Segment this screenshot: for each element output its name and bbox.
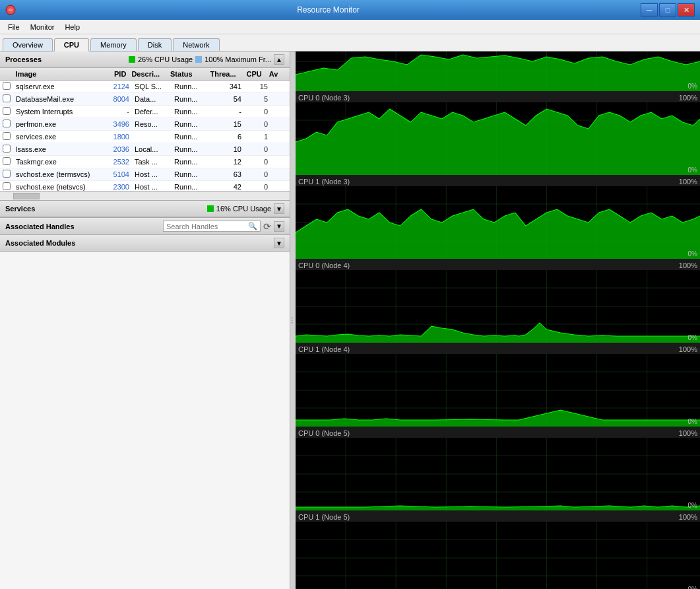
table-row[interactable]: svchost.exe (termsvcs) 5104 Host ... Run… bbox=[0, 168, 290, 181]
h-scroll-thumb[interactable] bbox=[13, 193, 40, 199]
tab-overview[interactable]: Overview bbox=[3, 38, 53, 51]
row-image: svchost.exe (termsvcs) bbox=[13, 169, 99, 180]
search-handles-box[interactable]: 🔍 bbox=[163, 221, 261, 232]
title-bar: Resource Monitor ─ □ ✕ bbox=[0, 0, 700, 20]
row-desc: Task ... bbox=[132, 156, 172, 167]
modules-header[interactable]: Associated Modules ▼ bbox=[0, 235, 290, 252]
row-av bbox=[270, 110, 287, 113]
row-cpu: 1 bbox=[244, 131, 270, 142]
row-pid: 1800 bbox=[99, 131, 132, 142]
col-threads[interactable]: Threa... bbox=[203, 68, 239, 80]
col-image[interactable]: Image bbox=[13, 68, 97, 80]
tab-disk[interactable]: Disk bbox=[138, 38, 172, 51]
menu-help[interactable]: Help bbox=[59, 22, 85, 32]
close-button[interactable]: ✕ bbox=[678, 3, 695, 17]
row-image: perfmon.exe bbox=[13, 119, 99, 129]
row-status: Runn... bbox=[172, 156, 208, 167]
row-check[interactable] bbox=[0, 156, 13, 168]
left-panel: Processes 26% CPU Usage 100% Maximum Fr.… bbox=[0, 52, 290, 589]
handles-header: Associated Handles 🔍 ⟳ ▼ bbox=[0, 218, 290, 234]
row-check[interactable] bbox=[0, 168, 13, 180]
row-status: Runn... bbox=[172, 144, 208, 155]
row-check[interactable] bbox=[0, 181, 13, 191]
cpu-graph-100pct-2: 100% bbox=[679, 261, 697, 269]
col-av[interactable]: Av bbox=[265, 68, 281, 80]
processes-section-header[interactable]: Processes 26% CPU Usage 100% Maximum Fr.… bbox=[0, 52, 290, 68]
cpu-overview-graph: 0% bbox=[296, 52, 700, 91]
row-av bbox=[270, 98, 287, 100]
svg-marker-44 bbox=[296, 323, 700, 343]
services-collapse-btn[interactable]: ▼ bbox=[274, 203, 284, 214]
modules-section: Associated Modules ▼ bbox=[0, 234, 290, 252]
menu-file[interactable]: File bbox=[3, 22, 25, 32]
cpu-graph-canvas-1: 0% bbox=[296, 186, 700, 259]
row-check[interactable] bbox=[0, 118, 13, 130]
cpu-graph-100pct-5: 100% bbox=[679, 513, 697, 521]
table-row[interactable]: Taskmgr.exe 2532 Task ... Runn... 12 0 bbox=[0, 156, 290, 168]
row-check[interactable] bbox=[0, 93, 13, 105]
table-row[interactable]: System Interrupts - Defer... Runn... - 0 bbox=[0, 106, 290, 118]
table-row[interactable]: svchost.exe (netsvcs) 2300 Host ... Runn… bbox=[0, 181, 290, 191]
table-row[interactable]: lsass.exe 2036 Local... Runn... 10 0 bbox=[0, 143, 290, 156]
table-row[interactable]: DatabaseMail.exe 8004 Data... Runn... 54… bbox=[0, 93, 290, 106]
row-av bbox=[270, 186, 287, 188]
row-cpu: 15 bbox=[244, 81, 270, 92]
col-status[interactable]: Status bbox=[168, 68, 203, 80]
row-pid: 3496 bbox=[99, 119, 132, 129]
search-handles-input[interactable] bbox=[166, 223, 245, 230]
row-desc bbox=[132, 135, 172, 138]
cpu-graph-label-3: CPU 1 (Node 4) 100% bbox=[296, 344, 700, 354]
row-threads: - bbox=[208, 106, 244, 117]
cpu-graph-title-2: CPU 0 (Node 4) bbox=[298, 261, 350, 269]
row-check[interactable] bbox=[0, 143, 13, 155]
col-cpu[interactable]: CPU bbox=[239, 68, 265, 80]
row-pid: 2036 bbox=[99, 144, 132, 155]
row-threads: 63 bbox=[208, 169, 244, 180]
cpu-graph-100pct-4: 100% bbox=[679, 429, 697, 437]
row-desc: Local... bbox=[132, 144, 172, 155]
menu-monitor[interactable]: Monitor bbox=[25, 22, 60, 32]
vertical-splitter[interactable]: ··· bbox=[290, 52, 296, 589]
handles-title: Associated Handles bbox=[5, 223, 75, 230]
row-image: Taskmgr.exe bbox=[13, 156, 99, 167]
restore-button[interactable]: □ bbox=[659, 3, 676, 17]
tab-cpu[interactable]: CPU bbox=[54, 38, 89, 52]
overview-0pct: 0% bbox=[688, 83, 697, 90]
cpu-0pct-0: 0% bbox=[688, 166, 697, 174]
row-status: Runn... bbox=[172, 182, 208, 191]
menu-bar: File Monitor Help bbox=[0, 20, 700, 34]
col-desc[interactable]: Descri... bbox=[129, 68, 168, 80]
row-check[interactable] bbox=[0, 81, 13, 92]
table-row[interactable]: perfmon.exe 3496 Reso... Runn... 15 0 bbox=[0, 118, 290, 131]
row-cpu: 0 bbox=[244, 106, 270, 117]
cpu-usage-label: 26% CPU Usage bbox=[138, 55, 193, 63]
row-image: DatabaseMail.exe bbox=[13, 94, 99, 104]
modules-collapse-btn[interactable]: ▼ bbox=[274, 238, 284, 248]
cpu-0pct-2: 0% bbox=[688, 334, 697, 341]
cpu-graph-canvas-3: 0% bbox=[296, 354, 700, 427]
row-check[interactable] bbox=[0, 131, 13, 143]
row-threads: 54 bbox=[208, 94, 244, 104]
processes-collapse-btn[interactable]: ▲ bbox=[274, 54, 284, 65]
main-layout: Processes 26% CPU Usage 100% Maximum Fr.… bbox=[0, 52, 700, 589]
tab-network[interactable]: Network bbox=[173, 38, 219, 51]
table-row[interactable]: sqlservr.exe 2124 SQL S... Runn... 341 1… bbox=[0, 81, 290, 93]
minimize-button[interactable]: ─ bbox=[641, 3, 658, 17]
horizontal-scrollbar[interactable] bbox=[0, 191, 290, 200]
handles-collapse-btn[interactable]: ▼ bbox=[274, 221, 284, 232]
tab-memory[interactable]: Memory bbox=[90, 38, 137, 51]
row-pid: 2124 bbox=[99, 81, 132, 92]
cpu-0pct-5: 0% bbox=[688, 586, 697, 589]
table-row[interactable]: services.exe 1800 Runn... 6 1 bbox=[0, 131, 290, 143]
search-icon[interactable]: 🔍 bbox=[248, 222, 257, 230]
cpu-graph-section-3: CPU 1 (Node 4) 100% bbox=[296, 343, 700, 427]
cpu-graph-canvas-0: 0% bbox=[296, 102, 700, 175]
col-pid[interactable]: PID bbox=[96, 68, 129, 80]
cpu-graph-title-0: CPU 0 (Node 3) bbox=[298, 94, 350, 102]
row-check[interactable] bbox=[0, 106, 13, 118]
row-pid: 2532 bbox=[99, 156, 132, 167]
refresh-icon[interactable]: ⟳ bbox=[263, 221, 271, 232]
services-header[interactable]: Services 16% CPU Usage ▼ bbox=[0, 201, 290, 217]
services-section: Services 16% CPU Usage ▼ bbox=[0, 200, 290, 217]
row-av bbox=[270, 123, 287, 125]
